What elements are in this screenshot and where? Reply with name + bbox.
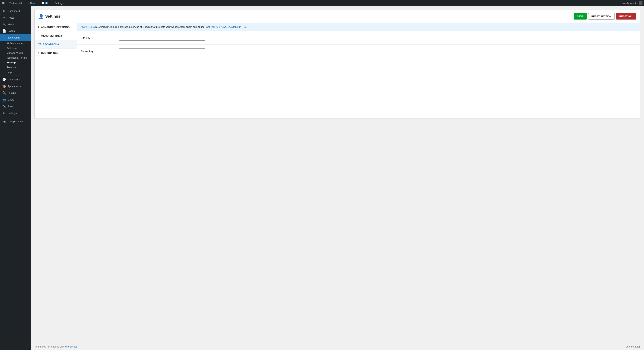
sidebar-collapse-menu[interactable]: ◀ Collapse menu: [0, 118, 31, 125]
media-icon: 🖼: [2, 22, 6, 26]
settings-icon: ⚙: [2, 111, 6, 115]
sidebar-item-posts[interactable]: ✎ Posts: [0, 14, 31, 21]
sidebar-item-media[interactable]: 🖼 Media: [0, 21, 31, 27]
site-key-input[interactable]: [119, 35, 205, 40]
sidebar-label-plugins: Plugins: [8, 91, 16, 94]
nav-menu-settings[interactable]: ≡ Menu Settings: [35, 31, 77, 40]
admin-avatar: [639, 1, 642, 5]
footer-credit: Thank you for creating with WordPress.: [34, 345, 78, 348]
reset-section-button[interactable]: RESET SECTION: [588, 13, 615, 19]
sidebar-item-dashboard[interactable]: ⊞ Dashboard: [0, 8, 31, 14]
submenu-label-all-testimonials: All Testimonials: [6, 42, 24, 45]
main-content: 👤 Settings SAVE RESET SECTION RESET ALL …: [31, 6, 644, 350]
submenu-help[interactable]: Help: [0, 70, 31, 74]
sidebar-item-testimonial[interactable]: 👤 Testimonial: [0, 34, 31, 41]
admin-bar: ✺ Testimonial + New 💬 0 Settings Howdy, …: [0, 0, 644, 6]
menu-settings-icon: ≡: [38, 34, 40, 37]
sidebar-item-settings[interactable]: ⚙ Settings: [0, 110, 31, 116]
adminbar-comments[interactable]: 💬 0: [40, 0, 50, 6]
sidebar-item-plugins[interactable]: 🔌 Plugins: [0, 90, 31, 96]
settings-title: 👤 Settings: [38, 14, 60, 19]
footer-version: Version 5.6.1: [626, 345, 640, 348]
nav-custom-css[interactable]: ≡ Custom CSS: [35, 49, 77, 57]
sidebar-item-appearance[interactable]: 🎨 Appearance: [0, 83, 31, 90]
sidebar-label-posts: Posts: [8, 16, 14, 19]
sidebar-label-tools: Tools: [8, 105, 14, 108]
settings-title-icon: 👤: [38, 14, 44, 19]
adminbar-new[interactable]: + New: [26, 0, 36, 6]
settings-panel: 👤 Settings SAVE RESET SECTION RESET ALL …: [34, 10, 640, 119]
settings-body: ≡ Advanced Settings ≡ Menu Settings 🛡 re…: [35, 23, 640, 118]
header-buttons: SAVE RESET SECTION RESET ALL: [574, 13, 636, 19]
sidebar-item-pages[interactable]: 📄 Pages: [0, 27, 31, 34]
secret-key-input-wrapper: [119, 48, 636, 54]
submenu-label-testimonial-forms: Testimonial Forms: [6, 56, 27, 59]
sidebar-label-dashboard: Dashboard: [8, 9, 20, 12]
adminbar-new-label: + New: [28, 2, 35, 4]
secret-key-input[interactable]: [119, 48, 205, 54]
nav-recaptcha[interactable]: 🛡 reCAPTCHA: [35, 40, 77, 49]
sidebar-item-comments[interactable]: 💬 Comments: [0, 76, 31, 83]
nav-label-menu-settings: Menu Settings: [41, 34, 63, 37]
custom-css-icon: ≡: [38, 51, 40, 54]
settings-content: reCAPTCHA reCAPTCHA is a free anti-spam …: [77, 23, 640, 118]
recaptcha-info-link[interactable]: reCAPTCHA: [81, 25, 95, 28]
sidebar-label-pages: Pages: [8, 29, 15, 32]
posts-icon: ✎: [2, 16, 6, 19]
adminbar-settings[interactable]: Settings: [53, 0, 65, 6]
tools-icon: 🔧: [2, 104, 6, 108]
available-in-pro-link[interactable]: (Available in Pro): [228, 25, 247, 28]
sidebar-label-settings: Settings: [8, 112, 17, 114]
page-footer: Thank you for creating with WordPress. V…: [31, 343, 644, 350]
site-name-label: Testimonial: [10, 2, 22, 4]
wordpress-link[interactable]: WordPress: [65, 345, 78, 348]
collapse-icon: ◀: [2, 120, 6, 123]
sidebar-label-comments: Comments: [8, 78, 20, 81]
sidebar: ⊞ Dashboard ✎ Posts 🖼 Media 📄 Pages 👤 Te…: [0, 6, 31, 350]
site-key-label: Site key: [81, 36, 119, 39]
dashboard-icon: ⊞: [2, 9, 6, 13]
page-body: 👤 Settings SAVE RESET SECTION RESET ALL …: [31, 6, 644, 343]
submenu-add-new[interactable]: Add New: [0, 46, 31, 50]
info-banner: reCAPTCHA reCAPTCHA is a free anti-spam …: [77, 23, 640, 31]
get-api-keys-link[interactable]: Get your API Keys: [206, 25, 226, 28]
comment-count: 0: [45, 2, 48, 4]
nav-advanced-settings[interactable]: ≡ Advanced Settings: [35, 23, 77, 31]
submenu-premium[interactable]: Premium: [0, 65, 31, 70]
howdy-text: Howdy, admin: [622, 2, 637, 4]
submenu-all-testimonials[interactable]: All Testimonials: [0, 41, 31, 46]
reset-all-button[interactable]: RESET ALL: [616, 13, 636, 19]
submenu-manage-views[interactable]: Manage Views: [0, 50, 31, 55]
sidebar-item-tools[interactable]: 🔧 Tools: [0, 103, 31, 110]
settings-header: 👤 Settings SAVE RESET SECTION RESET ALL: [35, 10, 640, 23]
nav-label-advanced-settings: Advanced Settings: [41, 26, 70, 28]
submenu-testimonial-forms[interactable]: Testimonial Forms: [0, 55, 31, 60]
plugins-icon: 🔌: [2, 91, 6, 95]
collapse-label: Collapse menu: [8, 120, 24, 123]
secret-key-label: Secret key: [81, 50, 119, 53]
adminbar-site-name[interactable]: Testimonial: [8, 0, 24, 6]
users-icon: 👥: [2, 98, 6, 101]
settings-nav: ≡ Advanced Settings ≡ Menu Settings 🛡 re…: [35, 23, 77, 118]
comments-icon: 💬: [2, 78, 6, 81]
wp-logo-icon[interactable]: ✺: [2, 1, 5, 5]
footer-thank-you: Thank you for creating with: [34, 345, 64, 348]
appearance-icon: 🎨: [2, 84, 6, 88]
sidebar-label-users: Users: [8, 98, 14, 101]
recaptcha-icon: 🛡: [38, 43, 41, 46]
save-button[interactable]: SAVE: [574, 13, 586, 19]
submenu-settings[interactable]: Settings: [0, 60, 31, 65]
site-key-input-wrapper: [119, 35, 636, 40]
submenu-label-premium: Premium: [6, 66, 16, 69]
testimonial-icon: 👤: [2, 36, 6, 39]
nav-label-recaptcha: reCAPTCHA: [43, 43, 59, 46]
settings-title-text: Settings: [45, 14, 60, 18]
sidebar-item-users[interactable]: 👥 Users: [0, 96, 31, 103]
submenu-label-add-new: Add New: [6, 47, 17, 50]
submenu-label-settings: Settings: [6, 61, 16, 64]
nav-label-custom-css: Custom CSS: [41, 51, 58, 54]
pages-icon: 📄: [2, 29, 6, 33]
submenu-label-help: Help: [6, 71, 12, 73]
menu-separator-1: [0, 75, 31, 75]
advanced-settings-icon: ≡: [38, 25, 40, 28]
